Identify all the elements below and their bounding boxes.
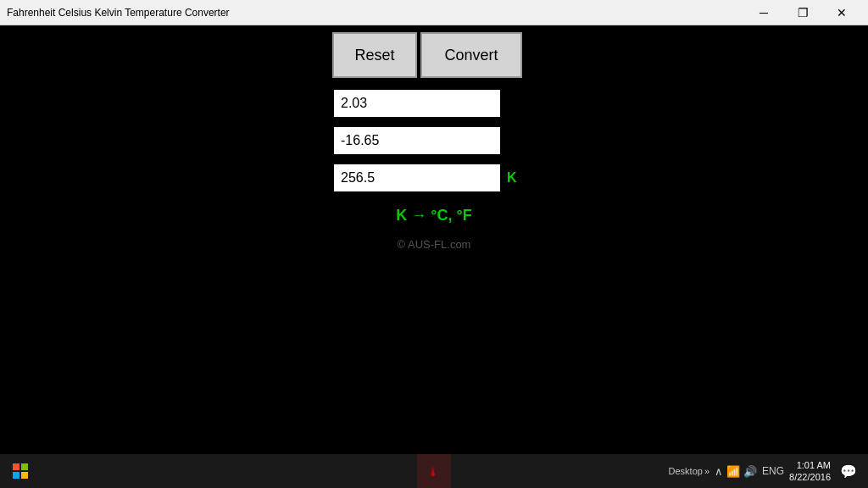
svg-text:🌡: 🌡	[427, 465, 439, 479]
celsius-input[interactable]	[332, 125, 502, 156]
time-display: 1:01 AM	[789, 459, 831, 471]
svg-rect-0	[13, 463, 19, 470]
restore-button[interactable]: ❐	[783, 0, 822, 25]
date-display: 8/22/2016	[789, 471, 831, 483]
start-button[interactable]	[0, 454, 41, 488]
kelvin-input[interactable]	[332, 163, 502, 193]
minimize-button[interactable]: ─	[744, 0, 783, 25]
fahrenheit-row: °F	[332, 88, 536, 119]
language-indicator[interactable]: ENG	[762, 465, 784, 477]
reset-button[interactable]: Reset	[332, 32, 417, 78]
desktop-label[interactable]: Desktop »	[669, 466, 709, 476]
kelvin-row: K	[332, 163, 536, 193]
fahrenheit-input[interactable]	[332, 88, 502, 119]
title-bar: Fahrenheit Celsius Kelvin Temperature Co…	[0, 0, 868, 25]
svg-rect-2	[13, 472, 19, 479]
fahrenheit-unit: °F	[507, 96, 527, 111]
volume-icon: 🔊	[743, 465, 757, 478]
tray-icons: ∧ 📶 🔊	[715, 465, 757, 478]
network-icon: 📶	[726, 465, 740, 478]
notification-button[interactable]: 💬	[836, 454, 861, 488]
taskbar-center: 🌡	[417, 454, 451, 488]
convert-button[interactable]: Convert	[420, 32, 522, 78]
button-row: Reset Convert	[332, 32, 536, 78]
arrow-up-icon: ∧	[715, 465, 723, 478]
clock: 1:01 AM 8/22/2016	[789, 459, 831, 484]
copyright: © AUS-FL.com	[332, 238, 536, 251]
app-area: Reset Convert °F °C K K → °C, °F © AUS-F…	[0, 25, 868, 454]
conversion-indicator: K → °C, °F	[332, 207, 536, 225]
svg-rect-3	[21, 472, 28, 479]
taskbar-right: Desktop » ∧ 📶 🔊 ENG 1:01 AM 8/22/2016 💬	[669, 454, 868, 488]
celsius-unit: °C	[507, 133, 527, 148]
taskbar-left	[0, 454, 41, 488]
app-taskbar-icon[interactable]: 🌡	[417, 454, 451, 488]
svg-rect-1	[21, 463, 28, 470]
app-title: Fahrenheit Celsius Kelvin Temperature Co…	[7, 7, 230, 19]
window-controls: ─ ❐ ✕	[744, 0, 861, 25]
celsius-row: °C	[332, 125, 536, 156]
taskbar: 🌡 Desktop » ∧ 📶 🔊 ENG 1:01 AM 8/22/2016 …	[0, 454, 868, 488]
kelvin-unit: K	[507, 170, 527, 186]
converter-panel: Reset Convert °F °C K K → °C, °F © AUS-F…	[332, 32, 536, 454]
close-button[interactable]: ✕	[822, 0, 861, 25]
